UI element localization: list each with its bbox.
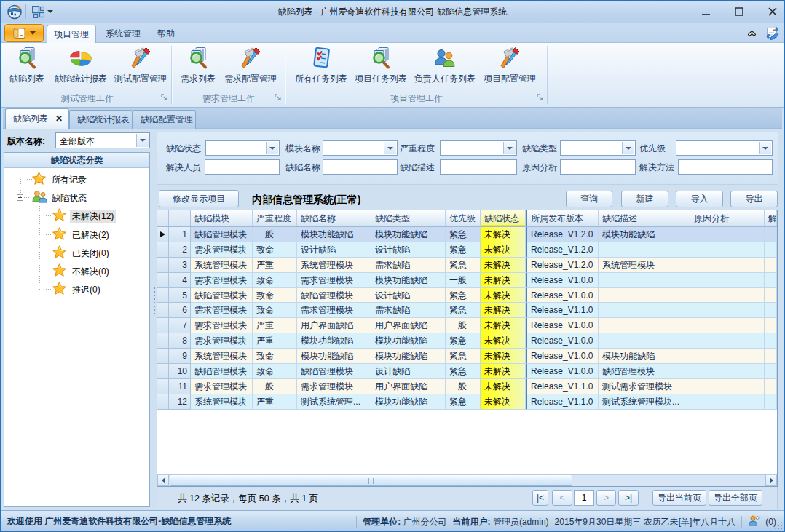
grid-cell[interactable]: 模块功能缺陷	[371, 227, 446, 242]
grid-cell[interactable]: 需求管理模块	[191, 303, 253, 318]
modify-display-items-button[interactable]: 修改显示项目	[159, 190, 239, 207]
grid-cell[interactable]: Release_V1.2.0	[526, 227, 599, 242]
grid-cell[interactable]: 紧急	[446, 349, 481, 364]
ribbon-button-缺陷列表[interactable]: 缺陷列表	[6, 44, 48, 92]
grid-cell[interactable]: 模块功能缺陷	[371, 394, 446, 410]
grid-row-5[interactable]: 5缺陷管理模块致命缺陷管理模块设计缺陷紧急未解决Release_V1.0.0	[157, 288, 777, 303]
grid-cell[interactable]: Release_V1.1.0	[526, 394, 599, 410]
scrollbar-thumb[interactable]	[170, 475, 572, 486]
document-tab-3[interactable]: 缺陷配置管理	[133, 110, 196, 129]
last-page-button[interactable]: >|	[618, 490, 639, 506]
grid-cell[interactable]: 紧急	[446, 364, 481, 379]
page-number-input[interactable]: 1	[574, 490, 594, 506]
grid-cell[interactable]: 紧急	[446, 227, 481, 242]
grid-cell[interactable]: 紧急	[446, 258, 481, 273]
grid-cell[interactable]: 严重	[253, 394, 297, 410]
grid-cell[interactable]: 致命	[253, 288, 297, 303]
grid-cell[interactable]: 未解决	[481, 258, 526, 273]
grid-cell[interactable]: 未解决	[481, 379, 526, 394]
grid-cell[interactable]: 需求缺陷	[371, 258, 446, 273]
grid-cell[interactable]: 紧急	[446, 242, 481, 258]
grid-cell[interactable]: 未解决	[481, 318, 526, 333]
grid-cell[interactable]: 未解决	[481, 303, 526, 318]
grid-cell[interactable]	[599, 273, 690, 288]
grid-cell[interactable]	[765, 349, 777, 364]
grid-cell[interactable]: 模块功能缺陷	[599, 227, 690, 242]
grid-cell[interactable]: 严重	[253, 258, 297, 273]
grid-row-11[interactable]: 11需求管理模块一般需求管理模块用户界面缺陷一般未解决Release_V1.1.…	[157, 379, 777, 394]
grid-cell[interactable]: 模块功能缺陷	[371, 349, 446, 364]
grid-row-4[interactable]: 4需求管理模块致命需求管理模块模块功能缺陷一般未解决Release_V1.0.0	[157, 273, 777, 288]
grid-cell[interactable]: 一般	[446, 273, 481, 288]
grid-cell[interactable]	[765, 227, 777, 242]
grid-cell[interactable]	[599, 288, 690, 303]
grid-cell[interactable]: 模块功能缺陷	[297, 349, 371, 364]
document-tab-1[interactable]: 缺陷列表✕	[5, 108, 69, 129]
grid-cell[interactable]	[765, 379, 777, 394]
grid-row-7[interactable]: 7需求管理模块严重用户界面缺陷用户界面缺陷一般未解决Release_V1.0.0	[157, 318, 777, 333]
grid-cell[interactable]: 模块功能缺陷	[371, 333, 446, 349]
chevron-down-icon[interactable]	[136, 134, 149, 147]
skin-select-icon[interactable]	[765, 25, 779, 42]
grid-header-原因分析[interactable]: 原因分析	[690, 210, 765, 226]
grid-cell[interactable]	[690, 318, 765, 333]
grid-cell[interactable]: Release_V1.0.0	[526, 288, 599, 303]
grid-cell[interactable]: 设计缺陷	[371, 364, 446, 379]
grid-cell[interactable]: 致命	[253, 349, 297, 364]
ribbon-button-测试配置管理[interactable]: 测试配置管理	[112, 44, 169, 92]
chevron-down-icon[interactable]	[759, 142, 771, 154]
grid-cell[interactable]	[690, 227, 765, 242]
grid-cell[interactable]	[690, 379, 765, 394]
grid-cell[interactable]: 用户界面缺陷	[371, 318, 446, 333]
grid-cell[interactable]: 系统管理模块	[191, 394, 253, 410]
grid-cell[interactable]	[690, 303, 765, 318]
ribbon-button-项目任务列表[interactable]: 项目任务列表	[352, 44, 409, 92]
scroll-right-icon[interactable]	[765, 475, 777, 486]
grid-cell[interactable]: 需求管理模块	[191, 318, 253, 333]
grid-cell[interactable]: 模块功能缺陷	[297, 333, 371, 349]
grid-cell[interactable]: 紧急	[446, 303, 481, 318]
grid-cell[interactable]: 缺陷管理模块	[297, 288, 371, 303]
grid-cell[interactable]	[765, 288, 777, 303]
grid-cell[interactable]: Release_V1.1.0	[526, 303, 599, 318]
grid-cell[interactable]: 未解决	[481, 349, 526, 364]
grid-cell[interactable]: 紧急	[446, 288, 481, 303]
grid-cell[interactable]: 未解决	[481, 394, 526, 410]
grid-cell[interactable]	[765, 242, 777, 258]
grid-cell[interactable]	[690, 258, 765, 273]
grid-cell[interactable]: 需求管理模块	[191, 242, 253, 258]
grid-cell[interactable]: 致命	[253, 303, 297, 318]
grid-row-2[interactable]: 2需求管理模块致命设计缺陷设计缺陷紧急未解决Release_V1.2.0	[157, 242, 777, 258]
grid-header-优先级[interactable]: 优先级	[446, 210, 481, 226]
grid-cell[interactable]: 致命	[253, 242, 297, 258]
grid-cell[interactable]: 系统管理模块	[297, 258, 371, 273]
filter-input[interactable]	[678, 159, 773, 175]
grid-header-缺陷类型[interactable]: 缺陷类型	[371, 210, 446, 226]
ribbon-tab-3[interactable]: 帮助	[151, 25, 181, 43]
dialog-launcher-icon[interactable]	[275, 94, 283, 104]
grid-cell[interactable]	[690, 394, 765, 410]
grid-cell[interactable]: 测试需求管理模块	[599, 379, 690, 394]
tree-item-不解决(0)[interactable]: 不解决(0)	[4, 262, 149, 280]
grid-cell[interactable]	[690, 273, 765, 288]
grid-cell[interactable]: 模块功能缺陷	[371, 273, 446, 288]
grid-cell[interactable]	[765, 273, 777, 288]
grid-cell[interactable]: 未解决	[481, 364, 526, 379]
grid-cell[interactable]: Release_V1.2.0	[526, 258, 599, 273]
application-menu-button[interactable]	[4, 24, 44, 42]
close-button[interactable]	[765, 4, 781, 20]
grid-cell[interactable]: 缺陷管理模块	[191, 364, 253, 379]
ribbon-button-缺陷统计报表[interactable]: 缺陷统计报表	[50, 44, 112, 92]
grid-cell[interactable]: 需求管理模块	[297, 303, 371, 318]
grid-cell[interactable]: 一般	[253, 379, 297, 394]
grid-header-所属发布版本[interactable]: 所属发布版本	[526, 210, 599, 226]
tree-item-已解决(2)[interactable]: 已解决(2)	[4, 226, 149, 244]
grid-cell[interactable]: 一般	[253, 227, 297, 242]
grid-header-缺陷模块[interactable]: 缺陷模块	[191, 210, 253, 226]
toolbar-button-导入[interactable]: 导入	[676, 191, 723, 207]
ribbon-button-项目配置管理[interactable]: 项目配置管理	[481, 44, 539, 92]
ribbon-tab-2[interactable]: 系统管理	[100, 25, 146, 43]
maximize-button[interactable]	[731, 4, 747, 20]
grid-cell[interactable]: 用户界面缺陷	[371, 379, 446, 394]
grid-cell[interactable]	[690, 333, 765, 349]
